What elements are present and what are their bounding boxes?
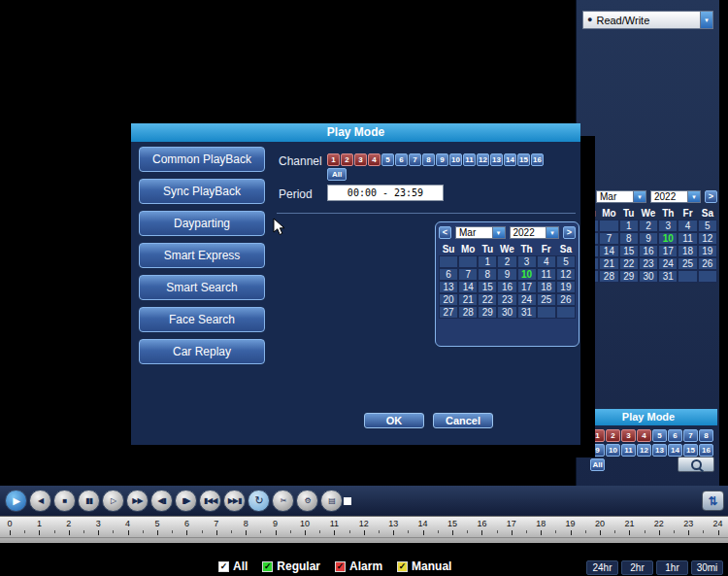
calendar-date-19[interactable]: 19 (698, 245, 717, 257)
ok-button[interactable]: OK (364, 413, 424, 428)
panel-channel-3[interactable]: 3 (621, 429, 636, 442)
calendar-date-18[interactable]: 18 (537, 281, 556, 293)
calendar-date-25[interactable]: 25 (678, 257, 697, 270)
panel-channel-10[interactable]: 10 (606, 444, 620, 457)
dialog-channel-1[interactable]: 1 (327, 153, 340, 166)
panel-all-channels-button[interactable]: All (590, 458, 605, 471)
calendar-date-24[interactable]: 24 (517, 293, 537, 306)
calendar-date-22[interactable]: 22 (619, 257, 639, 270)
calendar-date-4[interactable]: 4 (678, 220, 697, 232)
prev-file-button[interactable]: ▮◀◀ (199, 490, 221, 512)
play-button[interactable]: ▶ (5, 490, 27, 512)
dialog-channel-4[interactable]: 4 (368, 153, 381, 166)
calendar-date-6[interactable]: 6 (579, 232, 599, 245)
sync-button[interactable]: ⇅ (702, 491, 724, 511)
calendar-date-4[interactable]: 4 (537, 255, 556, 268)
legend-checkbox-all[interactable]: ✓ (218, 561, 229, 572)
calendar-date-8[interactable]: 8 (619, 232, 639, 245)
calendar-prev-button[interactable]: < (439, 226, 451, 239)
dialog-channel-7[interactable]: 7 (409, 153, 421, 166)
file-list-button[interactable]: ▤ (320, 490, 343, 512)
pause-button[interactable]: ▮▮ (78, 490, 100, 512)
calendar-date-28[interactable]: 28 (599, 270, 618, 283)
dialog-channel-11[interactable]: 11 (463, 153, 476, 166)
dialog-channel-2[interactable]: 2 (341, 153, 353, 166)
calendar-date-8[interactable]: 8 (478, 268, 497, 281)
calendar-date-6[interactable]: 6 (439, 268, 458, 281)
calendar-date-31[interactable]: 31 (517, 306, 537, 319)
calendar-prev-button[interactable]: < (579, 190, 592, 203)
calendar-date-5[interactable]: 5 (698, 220, 717, 232)
calendar-date-10[interactable]: 10 (658, 232, 678, 245)
calendar-date-12[interactable]: 12 (556, 268, 576, 281)
dialog-channel-8[interactable]: 8 (422, 153, 435, 166)
calendar-date-2[interactable]: 2 (497, 255, 516, 268)
calendar-next-button[interactable]: > (563, 226, 576, 239)
dialog-channel-14[interactable]: 14 (504, 153, 516, 166)
legend-checkbox-manual[interactable]: ✓ (397, 561, 408, 572)
dialog-channel-5[interactable]: 5 (381, 153, 394, 166)
stop-button[interactable]: ■ (53, 490, 76, 512)
menu-item-smart-express[interactable]: Smart Express (139, 243, 265, 268)
panel-channel-14[interactable]: 14 (668, 444, 682, 457)
menu-item-car-replay[interactable]: Car Replay (139, 339, 265, 364)
range-button-2hr[interactable]: 2hr (621, 560, 653, 575)
dialog-channel-13[interactable]: 13 (490, 153, 503, 166)
calendar-date-7[interactable]: 7 (599, 232, 618, 245)
panel-channel-12[interactable]: 12 (637, 444, 651, 457)
calendar-date-18[interactable]: 18 (678, 245, 697, 257)
panel-channel-8[interactable]: 8 (699, 429, 713, 442)
calendar-date-10[interactable]: 10 (517, 268, 537, 281)
calendar-date-21[interactable]: 21 (458, 293, 478, 306)
read-write-dropdown[interactable]: ● Read/Write ▼ (582, 11, 713, 29)
panel-channel-15[interactable]: 15 (683, 444, 698, 457)
dialog-all-channels-button[interactable]: All (327, 168, 347, 181)
slow-play-button[interactable]: ▷ (102, 490, 124, 512)
menu-item-common-playback[interactable]: Common PlayBack (139, 147, 265, 172)
calendar-date-22[interactable]: 22 (478, 293, 497, 306)
calendar-date-1[interactable]: 1 (619, 220, 639, 232)
panel-channel-7[interactable]: 7 (683, 429, 698, 442)
cancel-button[interactable]: Cancel (433, 413, 493, 428)
dialog-channel-16[interactable]: 16 (531, 153, 544, 166)
calendar-date-30[interactable]: 30 (639, 270, 658, 283)
fast-forward-button[interactable]: ▶▶ (126, 490, 149, 512)
legend-checkbox-alarm[interactable]: ✓ (335, 561, 346, 572)
calendar-date-23[interactable]: 23 (639, 257, 658, 270)
calendar-date-13[interactable]: 13 (579, 245, 599, 257)
dialog-channel-10[interactable]: 10 (449, 153, 462, 166)
next-file-button[interactable]: ▶▶▮ (223, 490, 246, 512)
calendar-date-14[interactable]: 14 (599, 245, 618, 257)
calendar-date-16[interactable]: 16 (497, 281, 516, 293)
timeline-ruler[interactable]: 0123456789101112131415161718192021222324 (0, 516, 728, 543)
calendar-date-12[interactable]: 12 (698, 232, 717, 245)
menu-item-face-search[interactable]: Face Search (139, 307, 265, 332)
calendar-date-24[interactable]: 24 (658, 257, 678, 270)
year-dropdown[interactable]: 2022 ▼ (650, 190, 701, 203)
next-frame-button[interactable]: ▮▶ (175, 490, 197, 512)
calendar-date-9[interactable]: 9 (497, 268, 516, 281)
calendar-date-27[interactable]: 27 (439, 306, 458, 319)
panel-channel-1[interactable]: 1 (590, 429, 605, 442)
calendar-date-11[interactable]: 11 (678, 232, 697, 245)
calendar-date-29[interactable]: 29 (478, 306, 497, 319)
range-button-30mi[interactable]: 30mi (691, 560, 723, 575)
calendar-date-17[interactable]: 17 (517, 281, 537, 293)
calendar-date-19[interactable]: 19 (556, 281, 576, 293)
dialog-channel-12[interactable]: 12 (477, 153, 489, 166)
panel-channel-9[interactable]: 9 (590, 444, 605, 457)
calendar-date-25[interactable]: 25 (537, 293, 556, 306)
calendar-date-26[interactable]: 26 (698, 257, 717, 270)
month-dropdown[interactable]: Mar ▼ (596, 190, 646, 203)
dialog-channel-3[interactable]: 3 (354, 153, 367, 166)
calendar-next-button[interactable]: > (705, 190, 717, 203)
panel-channel-16[interactable]: 16 (699, 444, 713, 457)
calendar-date-2[interactable]: 2 (639, 220, 658, 232)
clip-button[interactable]: ✂ (272, 490, 294, 512)
calendar-date-7[interactable]: 7 (458, 268, 478, 281)
menu-item-dayparting[interactable]: Dayparting (139, 211, 265, 236)
calendar-date-5[interactable]: 5 (556, 255, 576, 268)
panel-channel-5[interactable]: 5 (652, 429, 667, 442)
dialog-channel-6[interactable]: 6 (395, 153, 408, 166)
search-button[interactable] (678, 457, 714, 472)
